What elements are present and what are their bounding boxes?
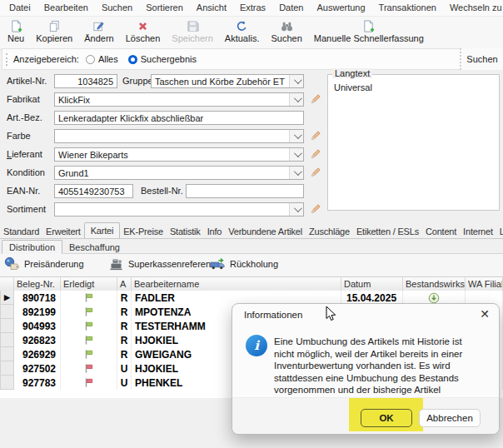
super-register-button[interactable]: Superkassenreferenz <box>108 256 216 271</box>
chevron-down-icon[interactable] <box>289 167 303 179</box>
cell-erledigt[interactable] <box>61 305 117 319</box>
menu-extras[interactable]: Extras <box>233 1 272 15</box>
menu-transaktionen[interactable]: Transaktionen <box>372 1 443 15</box>
chevron-down-icon[interactable] <box>289 203 303 216</box>
menu-suchen[interactable]: Suchen <box>95 1 139 15</box>
new-button[interactable]: Neu <box>2 18 30 44</box>
cell-a[interactable]: R <box>117 291 132 305</box>
quick-entry-button[interactable]: Manuelle Schnellerfassung <box>308 18 430 44</box>
radio-unchecked-icon[interactable] <box>86 55 95 64</box>
radio-checked-icon[interactable] <box>128 55 137 64</box>
sortiment-dropdown[interactable] <box>54 202 304 217</box>
cell-beleg[interactable]: 927783 <box>14 376 61 390</box>
edit-pencil-icon[interactable] <box>310 167 321 178</box>
chevron-down-icon[interactable] <box>289 148 303 161</box>
row-selector[interactable] <box>0 347 14 361</box>
tab-verbundene-artikel[interactable]: Verbundene Artikel <box>225 224 306 238</box>
cell-erledigt[interactable] <box>61 361 117 376</box>
edit-button[interactable]: Ändern <box>78 18 119 44</box>
grip-handle-icon[interactable] <box>6 53 7 66</box>
kondition-dropdown[interactable]: Grund1 <box>54 166 304 180</box>
edit-pencil-icon[interactable] <box>310 203 321 215</box>
cell-erledigt[interactable] <box>61 333 117 347</box>
row-selector[interactable] <box>0 319 14 333</box>
menu-ansicht[interactable]: Ansicht <box>190 1 233 15</box>
menu-datei[interactable]: Datei <box>2 1 37 15</box>
recall-button[interactable]: Rückholung <box>210 256 278 271</box>
tab-info[interactable]: Info <box>204 224 226 238</box>
langtext-field[interactable]: Universal <box>327 74 500 211</box>
cell-erledigt[interactable] <box>61 347 117 361</box>
farbe-dropdown[interactable] <box>54 129 304 143</box>
tab-ek-preise[interactable]: EK-Preise <box>120 224 167 238</box>
search-button[interactable]: Suchen <box>460 48 503 70</box>
cancel-button[interactable]: Abbrechen <box>419 409 481 427</box>
tab-etiketten-esls[interactable]: Etiketten / ESLs <box>353 224 422 238</box>
menu-auswertung[interactable]: Auswertung <box>310 1 371 15</box>
tab-internet[interactable]: Internet <box>460 224 496 238</box>
menu-sortieren[interactable]: Sortieren <box>139 1 190 15</box>
header-beleg-nr[interactable]: Beleg-Nr. <box>14 277 61 291</box>
refresh-button[interactable]: Aktualis. <box>219 18 266 44</box>
edit-pencil-icon[interactable] <box>310 148 321 160</box>
subtab-beschaffung[interactable]: Beschaffung <box>62 241 127 253</box>
header-datum[interactable]: Datum <box>341 277 403 291</box>
lieferant-dropdown[interactable]: Wiener Bikeparts <box>54 147 304 162</box>
cell-erledigt[interactable] <box>61 376 117 390</box>
save-button[interactable]: Speichern <box>166 18 219 44</box>
tab-kartei[interactable]: Kartei <box>84 222 121 239</box>
edit-pencil-icon[interactable] <box>310 130 321 142</box>
chevron-down-icon[interactable] <box>289 75 303 87</box>
cell-beleg[interactable]: 904993 <box>14 319 61 333</box>
close-icon[interactable]: ✕ <box>480 308 490 320</box>
cell-erledigt[interactable] <box>61 319 117 333</box>
cell-beleg[interactable]: 926823 <box>14 333 61 347</box>
cell-a[interactable]: R <box>117 347 132 361</box>
bestell-nr-field[interactable] <box>186 184 304 198</box>
tab-cutoff[interactable]: Le <box>496 224 503 238</box>
header-a[interactable]: A <box>117 277 132 291</box>
menu-wechseln-zu[interactable]: Wechseln zu <box>443 1 503 15</box>
delete-button[interactable]: Löschen <box>120 18 167 44</box>
price-change-button[interactable]: Preisänderung <box>4 256 84 271</box>
subtab-distribution[interactable]: Distribution <box>2 240 62 254</box>
header-wa-filiale[interactable]: WA Filiale <box>466 277 503 291</box>
gruppe-dropdown[interactable]: Taschen und Körbe Zubehör ET <box>151 74 304 88</box>
row-selector[interactable] <box>0 361 14 376</box>
cell-beleg[interactable]: 890718 <box>14 291 61 305</box>
copy-button[interactable]: Kopieren <box>30 18 78 44</box>
radio-alles[interactable]: Alles <box>86 54 118 64</box>
cell-beleg[interactable]: 927502 <box>14 361 61 376</box>
ean-nr-field[interactable]: 4055149230753 <box>54 184 133 198</box>
tab-standard[interactable]: Standard <box>0 224 42 238</box>
row-selector[interactable]: ▶ <box>0 291 14 305</box>
ok-button[interactable]: OK <box>361 409 412 427</box>
cell-a[interactable]: R <box>117 333 132 347</box>
tab-erweitert[interactable]: Erweitert <box>42 224 84 238</box>
tab-statistik[interactable]: Statistik <box>167 224 204 238</box>
cell-beleg[interactable]: 926929 <box>14 347 61 361</box>
edit-pencil-icon[interactable] <box>310 93 321 105</box>
radio-suchergebnis[interactable]: Suchergebnis <box>128 54 197 64</box>
cell-a[interactable]: R <box>117 305 132 319</box>
art-bez-field[interactable]: Lenkeradapter Klickfix abschließbar <box>54 111 304 125</box>
row-selector[interactable] <box>0 376 14 390</box>
chevron-down-icon[interactable] <box>289 130 303 142</box>
search-toolbar-button[interactable]: Suchen <box>265 18 307 44</box>
artikel-nr-field[interactable]: 1034825 <box>54 74 117 88</box>
cell-a[interactable]: U <box>117 376 132 390</box>
menu-bearbeiten[interactable]: Bearbeiten <box>37 1 95 15</box>
chevron-down-icon[interactable] <box>289 93 303 106</box>
tab-content[interactable]: Content <box>422 224 460 238</box>
row-selector[interactable] <box>0 333 14 347</box>
fabrikat-dropdown[interactable]: KlickFix <box>54 92 304 107</box>
cell-erledigt[interactable] <box>61 291 117 305</box>
header-bearbeitername[interactable]: Bearbeitername <box>132 277 341 291</box>
menu-daten[interactable]: Daten <box>272 1 310 15</box>
tab-zuschlaege[interactable]: Zuschläge <box>306 224 353 238</box>
header-erledigt[interactable]: Erledigt <box>61 277 117 291</box>
cell-a[interactable]: U <box>117 361 132 376</box>
cell-a[interactable]: R <box>117 319 132 333</box>
row-selector[interactable] <box>0 305 14 319</box>
header-bestandswirksam[interactable]: Bestandswirksam <box>403 277 466 291</box>
